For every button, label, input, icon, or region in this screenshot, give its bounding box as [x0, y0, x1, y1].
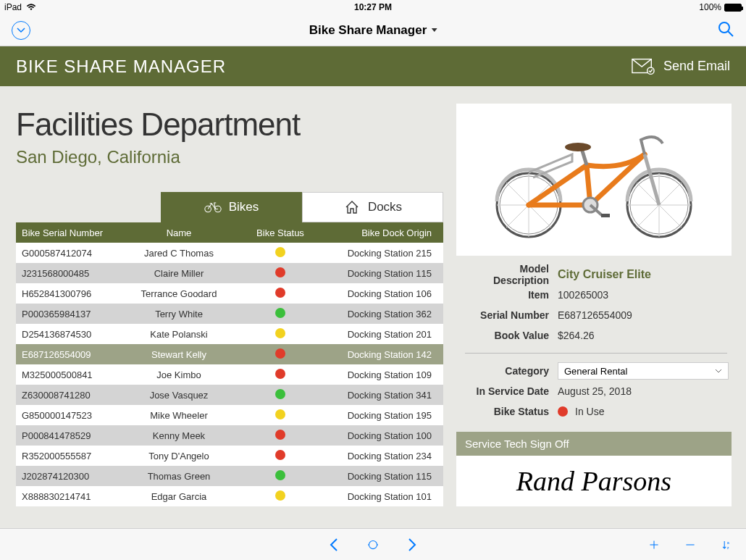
status-dot-icon: [275, 267, 285, 277]
status-dot-icon: [275, 389, 285, 399]
status-dot-icon: [275, 288, 285, 298]
label-model: Model Description: [464, 263, 558, 286]
status-dot-icon: [275, 430, 285, 440]
cell-status: [233, 450, 327, 462]
label-inservice: In Service Date: [464, 385, 558, 397]
cell-name: Stewart Kelly: [125, 349, 233, 360]
tab-bikes[interactable]: Bikes: [161, 192, 302, 222]
table-row[interactable]: G850000147523Mike WheelerDocking Station…: [16, 405, 443, 425]
sort-button[interactable]: az: [721, 538, 732, 552]
cell-dock: Docking Station 215: [327, 248, 443, 259]
page-subtitle: San Diego, California: [16, 147, 443, 167]
label-status: Bike Status: [464, 406, 558, 417]
device-label: iPad: [4, 2, 22, 12]
cell-serial: P000841478529: [16, 430, 125, 441]
signoff-header: Service Tech Sign Off: [456, 432, 732, 456]
cell-dock: Docking Station 201: [327, 329, 443, 340]
wifi-icon: [26, 4, 36, 11]
cell-dock: Docking Station 100: [327, 430, 443, 441]
cell-name: Thomas Green: [125, 471, 233, 482]
table-row[interactable]: J231568000485Claire MillerDocking Statio…: [16, 263, 443, 283]
table-row[interactable]: G000587412074Jared C ThomasDocking Stati…: [16, 243, 443, 263]
app-header: BIKE SHARE MANAGER Send Email: [0, 46, 746, 86]
new-record-button[interactable]: [649, 538, 659, 552]
envelope-check-icon: [632, 58, 655, 75]
status-dot-icon: [275, 369, 285, 379]
cell-serial: E687126554009: [16, 349, 125, 360]
table-row[interactable]: Z630008741280Jose VasquezDocking Station…: [16, 385, 443, 405]
cell-name: Terrance Goodard: [125, 288, 233, 299]
cell-dock: Docking Station 101: [327, 491, 443, 502]
value-bookvalue: $264.26: [558, 330, 595, 341]
prev-record-button[interactable]: [329, 538, 339, 552]
svg-line-1: [728, 31, 733, 36]
label-bookvalue: Book Value: [464, 330, 558, 341]
battery-percent: 100%: [699, 2, 721, 12]
signature-field[interactable]: Rand Parsons: [456, 456, 732, 506]
cell-name: Jared C Thomas: [125, 248, 233, 259]
cell-serial: H652841300796: [16, 288, 125, 299]
search-button[interactable]: [717, 20, 734, 41]
bikes-table: Bike Serial Number Name Bike Status Bike…: [16, 222, 443, 506]
col-header-name[interactable]: Name: [125, 227, 233, 238]
status-dot-icon: [275, 409, 285, 419]
bike-icon: [204, 200, 222, 214]
layout-title[interactable]: Bike Share Manager: [309, 23, 437, 38]
bike-image: [456, 104, 732, 256]
next-record-button[interactable]: [407, 538, 417, 552]
cell-status: [233, 369, 327, 381]
status-dot-icon: [275, 328, 285, 338]
current-record-button[interactable]: [368, 538, 378, 552]
cell-dock: Docking Station 115: [327, 471, 443, 482]
col-header-status[interactable]: Bike Status: [233, 227, 327, 238]
layout-menu-button[interactable]: [12, 21, 30, 40]
cell-name: Joe Kimbo: [125, 369, 233, 380]
dropdown-caret-icon: [431, 28, 437, 33]
cell-status: [233, 348, 327, 361]
cell-serial: R352000555587: [16, 451, 125, 461]
cell-serial: X888830214741: [16, 491, 125, 502]
filemaker-toolbar: Bike Share Manager: [0, 14, 746, 46]
svg-point-3: [647, 67, 654, 73]
table-row[interactable]: H652841300796Terrance GoodardDocking Sta…: [16, 283, 443, 304]
table-row[interactable]: E687126554009Stewart KellyDocking Statio…: [16, 344, 443, 364]
table-row[interactable]: J202874120300Thomas GreenDocking Station…: [16, 466, 443, 486]
page-title: Facilities Department: [16, 106, 443, 143]
col-header-dock[interactable]: Bike Dock Origin: [327, 227, 443, 238]
svg-rect-23: [601, 214, 610, 217]
cell-dock: Docking Station 341: [327, 390, 443, 401]
bottom-toolbar: az: [0, 528, 746, 560]
category-select[interactable]: General Rental: [558, 362, 729, 380]
cell-dock: Docking Station 106: [327, 288, 443, 299]
cell-status: [233, 288, 327, 300]
label-category: Category: [464, 365, 558, 377]
cell-serial: J202874120300: [16, 471, 125, 482]
status-dot-icon: [275, 348, 285, 359]
cell-dock: Docking Station 109: [327, 369, 443, 380]
status-dot-icon: [275, 470, 285, 480]
cell-serial: M325000500841: [16, 369, 125, 380]
delete-record-button[interactable]: [685, 538, 695, 552]
tab-docks[interactable]: Docks: [302, 192, 443, 222]
status-dot-icon: [275, 308, 285, 318]
col-header-serial[interactable]: Bike Serial Number: [16, 227, 125, 238]
send-email-button[interactable]: Send Email: [632, 58, 730, 75]
cell-serial: G850000147523: [16, 410, 125, 421]
table-row[interactable]: P000365984137Terry WhiteDocking Station …: [16, 304, 443, 324]
cell-status: [233, 490, 327, 503]
table-row[interactable]: P000841478529Kenny MeekDocking Station 1…: [16, 425, 443, 446]
table-row[interactable]: R352000555587Tony D'AngeloDocking Statio…: [16, 446, 443, 466]
label-serial: Serial Number: [464, 309, 558, 321]
cell-name: Tony D'Angelo: [125, 451, 233, 461]
chevron-down-icon: [715, 369, 722, 373]
table-row[interactable]: X888830214741Edgar GarciaDocking Station…: [16, 486, 443, 506]
cell-serial: Z630008741280: [16, 390, 125, 401]
value-status: In Use: [575, 406, 604, 417]
cell-status: [233, 409, 327, 422]
table-row[interactable]: M325000500841Joe KimboDocking Station 10…: [16, 364, 443, 385]
table-row[interactable]: D254136874530Kate PolanskiDocking Statio…: [16, 324, 443, 344]
cell-status: [233, 328, 327, 340]
value-item: 100265003: [558, 289, 608, 301]
svg-point-24: [369, 540, 377, 548]
battery-icon: [724, 4, 742, 12]
